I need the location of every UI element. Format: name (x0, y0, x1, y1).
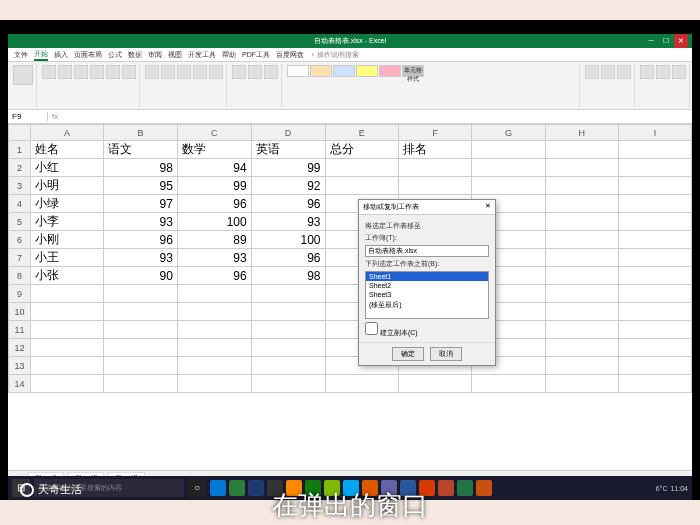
align-left-icon[interactable] (145, 65, 159, 79)
col-header[interactable]: A (30, 125, 103, 141)
cell[interactable]: 96 (251, 249, 325, 267)
number-format-icon[interactable] (232, 65, 246, 79)
cell[interactable] (177, 375, 251, 393)
cell[interactable] (104, 375, 178, 393)
col-header[interactable]: C (177, 125, 251, 141)
align-right-icon[interactable] (177, 65, 191, 79)
cell[interactable] (251, 339, 325, 357)
format-icon[interactable] (617, 65, 631, 79)
col-header[interactable]: E (325, 125, 398, 141)
cell[interactable] (251, 375, 325, 393)
col-header[interactable]: G (472, 125, 545, 141)
cell[interactable] (251, 303, 325, 321)
workbook-select[interactable] (365, 245, 489, 257)
cell[interactable]: 小李 (30, 213, 103, 231)
row-header[interactable]: 14 (9, 375, 31, 393)
cell[interactable] (618, 231, 691, 249)
cell[interactable]: 96 (177, 267, 251, 285)
cell[interactable] (325, 177, 398, 195)
cell[interactable]: 97 (104, 195, 178, 213)
fx-icon[interactable]: fx (48, 112, 58, 121)
cell[interactable] (472, 375, 545, 393)
cell[interactable]: 89 (177, 231, 251, 249)
cell[interactable]: 99 (251, 159, 325, 177)
cell[interactable]: 总分 (325, 141, 398, 159)
cell[interactable] (545, 321, 618, 339)
col-header[interactable]: B (104, 125, 178, 141)
cell[interactable] (30, 303, 103, 321)
cell[interactable]: 语文 (104, 141, 178, 159)
cell[interactable] (472, 141, 545, 159)
cell[interactable] (545, 285, 618, 303)
cell[interactable] (618, 141, 691, 159)
col-header[interactable]: H (545, 125, 618, 141)
cell[interactable]: 95 (104, 177, 178, 195)
tab-视图[interactable]: 视图 (168, 50, 182, 60)
row-header[interactable]: 9 (9, 285, 31, 303)
cell[interactable] (472, 177, 545, 195)
tab-文件[interactable]: 文件 (14, 50, 28, 60)
cell[interactable] (104, 339, 178, 357)
cell[interactable]: 小明 (30, 177, 103, 195)
cell[interactable] (545, 267, 618, 285)
name-box[interactable]: F9 (8, 112, 48, 121)
cell[interactable] (618, 267, 691, 285)
cell[interactable] (618, 339, 691, 357)
paste-icon[interactable] (13, 65, 33, 85)
row-header[interactable]: 6 (9, 231, 31, 249)
cell[interactable] (325, 159, 398, 177)
cell[interactable]: 93 (251, 213, 325, 231)
cell[interactable]: 96 (104, 231, 178, 249)
cell[interactable] (177, 357, 251, 375)
cell[interactable] (325, 375, 398, 393)
cell[interactable] (545, 177, 618, 195)
row-header[interactable]: 2 (9, 159, 31, 177)
underline-icon[interactable] (74, 65, 88, 79)
fill-icon[interactable] (106, 65, 120, 79)
select-all[interactable] (9, 125, 31, 141)
cell[interactable]: 姓名 (30, 141, 103, 159)
dialog-close-icon[interactable]: ✕ (485, 202, 491, 212)
list-item[interactable]: (移至最后) (366, 299, 488, 311)
cell[interactable] (618, 357, 691, 375)
cell[interactable]: 100 (177, 213, 251, 231)
cell[interactable]: 94 (177, 159, 251, 177)
cell[interactable] (177, 339, 251, 357)
cell[interactable]: 小绿 (30, 195, 103, 213)
cell[interactable]: 93 (177, 249, 251, 267)
row-header[interactable]: 10 (9, 303, 31, 321)
cell[interactable]: 96 (251, 195, 325, 213)
row-header[interactable]: 1 (9, 141, 31, 159)
tab-PDF工具[interactable]: PDF工具 (242, 50, 270, 60)
cell[interactable]: 小张 (30, 267, 103, 285)
sheet-listbox[interactable]: Sheet1Sheet2Sheet3(移至最后) (365, 271, 489, 319)
list-item[interactable]: Sheet1 (366, 272, 488, 281)
minimize-icon[interactable]: ─ (644, 34, 658, 48)
tab-页面布局[interactable]: 页面布局 (74, 50, 102, 60)
cell[interactable] (177, 321, 251, 339)
cell[interactable] (30, 375, 103, 393)
cell[interactable] (545, 375, 618, 393)
cell[interactable] (545, 339, 618, 357)
cell[interactable] (618, 195, 691, 213)
row-header[interactable]: 5 (9, 213, 31, 231)
cell[interactable]: 92 (251, 177, 325, 195)
ok-button[interactable]: 确定 (392, 347, 424, 361)
cell[interactable]: 98 (104, 159, 178, 177)
italic-icon[interactable] (58, 65, 72, 79)
col-header[interactable]: I (618, 125, 691, 141)
cell[interactable] (472, 159, 545, 177)
maximize-icon[interactable]: ☐ (659, 34, 673, 48)
cell[interactable] (251, 357, 325, 375)
tab-百度网盘[interactable]: 百度网盘 (276, 50, 304, 60)
cell[interactable] (177, 303, 251, 321)
find-icon[interactable] (672, 65, 686, 79)
merge-icon[interactable] (209, 65, 223, 79)
cell[interactable]: 小红 (30, 159, 103, 177)
row-header[interactable]: 13 (9, 357, 31, 375)
cell[interactable]: 排名 (398, 141, 471, 159)
cell[interactable]: 小刚 (30, 231, 103, 249)
list-item[interactable]: Sheet2 (366, 281, 488, 290)
cell[interactable]: 英语 (251, 141, 325, 159)
cell[interactable] (398, 177, 471, 195)
